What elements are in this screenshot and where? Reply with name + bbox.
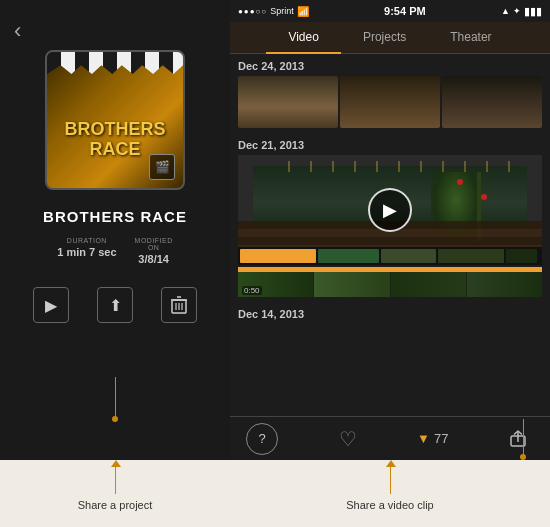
left-annotation (112, 377, 118, 422)
film-segment (381, 249, 436, 263)
lights-bg (268, 161, 511, 172)
strip-segments (238, 268, 542, 297)
date-label-dec14: Dec 14, 2013 (238, 308, 542, 320)
video-thumb-large[interactable]: ▶ (238, 155, 542, 265)
right-toolbar: ? ♡ ▼ 77 (230, 416, 550, 460)
time-display: 9:54 PM (384, 5, 426, 17)
video-thumb[interactable] (442, 76, 542, 128)
label-left: Share a project (0, 466, 230, 511)
date-label-dec21: Dec 21, 2013 (238, 139, 542, 151)
highlight-bar (238, 268, 542, 272)
strip-seg (314, 268, 389, 297)
arrowhead-left (111, 460, 121, 467)
arrow-down-icon: ▼ (417, 431, 430, 446)
bluetooth-icon: ✦ (513, 6, 521, 16)
project-thumbnail[interactable]: BROTHERSRACE 🎬 (45, 50, 185, 190)
thumb-image (442, 76, 542, 128)
video-thumb[interactable] (340, 76, 440, 128)
thumb-image (340, 76, 440, 128)
strip-seg (467, 268, 542, 297)
status-bar: ●●●○○ Sprint 📶 9:54 PM ▲ ✦ ▮▮▮ (230, 0, 550, 22)
film-segment (318, 249, 379, 263)
right-annotation-line (520, 419, 526, 460)
thumb-image (238, 76, 338, 128)
tab-projects[interactable]: Projects (341, 22, 428, 54)
share-project-button[interactable]: ⬆ (97, 287, 133, 323)
trash-icon (171, 296, 187, 314)
project-actions: ▶ ⬆ (33, 287, 197, 323)
duration-badge: 0:50 (242, 286, 262, 295)
ornament (481, 194, 487, 200)
modified-on-label: ON (148, 244, 160, 251)
duration-meta: DURATION 1 min 7 sec (57, 237, 116, 258)
share-clip-button[interactable] (502, 423, 534, 455)
back-button[interactable]: ‹ (14, 18, 21, 44)
annotation-line (115, 377, 116, 417)
tab-theater[interactable]: Theater (428, 22, 513, 54)
video-row-dec24 (238, 76, 542, 128)
duration-label: DURATION (67, 237, 107, 244)
bottom-labels: Share a project Share a video clip (0, 460, 550, 527)
location-icon: ▲ (501, 6, 510, 16)
video-count-display: ▼ 77 (417, 431, 448, 446)
signal-dots: ●●●○○ (238, 7, 267, 16)
film-segment (506, 249, 536, 263)
carrier-label: Sprint (270, 6, 294, 16)
wifi-icon: 📶 (297, 6, 309, 17)
duration-value: 1 min 7 sec (57, 246, 116, 258)
film-segment (438, 249, 505, 263)
film-segment (240, 249, 316, 263)
annotation-line-right (523, 419, 524, 455)
film-strip (238, 247, 542, 265)
right-annotation-text: Share a video clip (346, 499, 433, 511)
video-count-value: 77 (434, 431, 448, 446)
battery-icon: ▮▮▮ (524, 5, 542, 18)
strip-seg (391, 268, 466, 297)
video-list: Dec 24, 2013 Dec 21, 2013 (230, 54, 550, 416)
date-section-dec14: Dec 14, 2013 (230, 302, 550, 327)
modified-value: 3/8/14 (138, 253, 169, 265)
delete-button[interactable] (161, 287, 197, 323)
status-center: 9:54 PM (384, 5, 426, 17)
project-title: BROTHERS RACE (43, 208, 187, 225)
nav-tabs: Video Projects Theater (230, 22, 550, 54)
status-right: ▲ ✦ ▮▮▮ (501, 5, 542, 18)
clapper-icon (47, 52, 183, 74)
video-thumb[interactable] (238, 76, 338, 128)
play-overlay-button[interactable]: ▶ (368, 188, 412, 232)
video-strip[interactable]: 0:50 (238, 267, 542, 297)
left-panel: ‹ BROTHERSRACE 🎬 BROTHERS RACE DURATION … (0, 0, 230, 460)
annotation-dot (112, 416, 118, 422)
annotation-dot-right (520, 454, 526, 460)
date-label-dec24: Dec 24, 2013 (238, 60, 542, 72)
arrowhead-right (386, 460, 396, 467)
play-button[interactable]: ▶ (33, 287, 69, 323)
favorite-button[interactable]: ♡ (332, 423, 364, 455)
film-icon: 🎬 (149, 154, 175, 180)
date-section-dec24: Dec 24, 2013 (230, 54, 550, 133)
tab-video[interactable]: Video (266, 22, 340, 54)
date-section-dec21: Dec 21, 2013 ▶ (230, 133, 550, 302)
left-annotation-text: Share a project (78, 499, 153, 511)
modified-meta: MODIFIED ON 3/8/14 (135, 237, 173, 265)
modified-label: MODIFIED (135, 237, 173, 244)
up-arrow-left (115, 466, 116, 494)
label-right: Share a video clip (230, 466, 550, 511)
right-panel: ●●●○○ Sprint 📶 9:54 PM ▲ ✦ ▮▮▮ Video Pro… (230, 0, 550, 460)
help-button[interactable]: ? (246, 423, 278, 455)
status-left: ●●●○○ Sprint 📶 (238, 6, 309, 17)
up-arrow-right (390, 466, 391, 494)
project-meta: DURATION 1 min 7 sec MODIFIED ON 3/8/14 (57, 237, 173, 265)
